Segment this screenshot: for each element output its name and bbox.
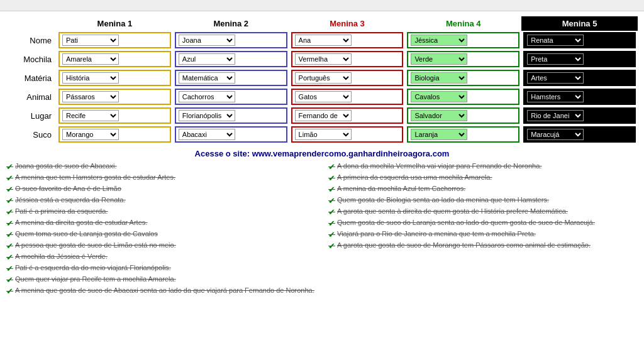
- cell-wrapper-1-0: Amarela: [58, 51, 171, 67]
- select-5-2[interactable]: Limão: [295, 129, 352, 140]
- clue-check-icon: ✔: [6, 196, 13, 205]
- select-1-0[interactable]: Amarela: [62, 53, 119, 65]
- select-0-0[interactable]: Pati: [62, 35, 119, 46]
- cell-wrapper-3-1: Cachorros: [175, 89, 287, 105]
- clue-item: ✔Viajará para o Rio de Janeiro a menina …: [328, 230, 638, 239]
- cell-wrapper-4-4: Rio de Janei: [523, 107, 636, 124]
- clue-text: A menina da direita gosta de estudar Art…: [15, 219, 147, 226]
- cell-4-3: Salvador: [405, 106, 521, 125]
- clue-text: O suco favorito de Ana é de Limão: [15, 185, 121, 192]
- select-3-4[interactable]: Hamsters: [527, 91, 584, 102]
- select-5-4[interactable]: Maracujá: [527, 129, 584, 140]
- select-4-4[interactable]: Rio de Janei: [527, 110, 584, 121]
- cell-0-2: Ana: [289, 31, 406, 50]
- clue-text: Viajará para o Rio de Janeiro a menina q…: [337, 230, 536, 237]
- clue-text: A mochila da Jéssica é Verde.: [15, 253, 108, 260]
- select-1-3[interactable]: Verde: [411, 53, 467, 65]
- cell-2-1: Matemática: [173, 68, 289, 87]
- clue-check-icon: ✔: [6, 207, 13, 217]
- select-5-0[interactable]: Morango: [62, 129, 119, 140]
- puzzle-table: Menina 1Menina 2Menina 3Menina 4Menina 5…: [6, 16, 638, 144]
- select-2-3[interactable]: Biologia: [411, 72, 467, 84]
- clues-right-col: ✔A dona da mochila Vermelha vai viajar p…: [328, 162, 638, 298]
- cell-1-2: Vermelha: [289, 50, 406, 68]
- select-2-1[interactable]: Matemática: [179, 72, 235, 84]
- cell-wrapper-2-3: Biologia: [407, 70, 519, 86]
- select-3-1[interactable]: Cachorros: [179, 91, 235, 102]
- clue-text: A garota que senta à direita de quem gos…: [337, 207, 568, 215]
- cell-1-1: Azul: [173, 50, 289, 68]
- clue-check-icon: ✔: [6, 286, 13, 296]
- select-3-2[interactable]: Gatos: [295, 91, 352, 102]
- clue-text: A menina que gosta de suco de Abacaxi se…: [15, 286, 314, 294]
- promo-url: www.vemaprendercomo.ganhardinheiroagora.…: [252, 149, 450, 158]
- select-0-1[interactable]: Joana: [179, 35, 235, 46]
- select-1-2[interactable]: Vermelha: [295, 53, 352, 65]
- select-2-0[interactable]: História: [62, 72, 119, 84]
- col-header-5: Menina 5: [521, 16, 638, 31]
- cell-wrapper-0-1: Joana: [175, 32, 287, 48]
- cell-5-4: Maracujá: [521, 125, 638, 144]
- select-3-0[interactable]: Pássaros: [62, 91, 119, 102]
- select-4-3[interactable]: Salvador: [411, 110, 467, 121]
- cell-wrapper-3-2: Gatos: [291, 89, 404, 105]
- clue-text: Joana gosta de suco de Abacaxi.: [15, 162, 116, 170]
- cell-wrapper-0-4: Renata: [523, 32, 636, 48]
- clue-item: ✔Quem gosta de Biologia senta ao lado da…: [328, 196, 638, 205]
- cell-wrapper-5-3: Laranja: [407, 126, 519, 143]
- clue-text: Pati é a esquerda da do meio viajará Flo…: [15, 264, 171, 271]
- select-1-1[interactable]: Azul: [179, 53, 235, 65]
- clue-check-icon: ✔: [328, 185, 335, 194]
- select-0-2[interactable]: Ana: [295, 35, 352, 46]
- select-4-0[interactable]: Recife: [62, 110, 119, 121]
- select-5-3[interactable]: Laranja: [411, 129, 467, 140]
- cell-0-3: Jéssica: [405, 31, 521, 50]
- cell-2-4: Artes: [521, 68, 638, 87]
- clue-item: ✔Quem gosta de suco do Laranja senta ao …: [328, 219, 638, 228]
- cell-wrapper-2-2: Português: [291, 70, 404, 86]
- col-header-4: Menina 4: [405, 16, 521, 31]
- cell-4-2: Fernando de: [289, 106, 406, 125]
- cell-0-0: Pati: [57, 31, 173, 50]
- promo-text: Acesse o site: www.vemaprendercomo.ganha…: [6, 149, 638, 158]
- cell-wrapper-4-0: Recife: [58, 107, 171, 124]
- clue-check-icon: ✔: [6, 275, 13, 285]
- cell-wrapper-1-3: Verde: [407, 51, 519, 67]
- row-label-0: Nome: [6, 31, 57, 50]
- puzzle-row-4: LugarRecifeFlorianópolisFernando deSalva…: [6, 106, 638, 125]
- select-3-3[interactable]: Cavalos: [411, 91, 467, 102]
- cell-5-1: Abacaxi: [173, 125, 289, 144]
- clue-text: A menina que tem Hamsters gosta de estud…: [15, 173, 175, 181]
- clue-text: A menina da mochila Azul tem Cachorros.: [337, 185, 465, 192]
- clue-item: ✔A menina que gosta de suco de Abacaxi s…: [6, 286, 316, 296]
- cell-4-4: Rio de Janei: [521, 106, 638, 125]
- select-1-4[interactable]: Preta: [527, 53, 584, 65]
- select-5-1[interactable]: Abacaxi: [179, 129, 235, 140]
- cell-wrapper-4-1: Florianópolis: [175, 107, 287, 124]
- cell-0-4: Renata: [521, 31, 638, 50]
- select-2-2[interactable]: Português: [295, 72, 352, 84]
- select-0-4[interactable]: Renata: [527, 35, 584, 46]
- cell-wrapper-5-2: Limão: [291, 126, 404, 143]
- cell-wrapper-1-4: Preta: [523, 51, 636, 67]
- clue-text: A primeira da esquerda usa uma mochila A…: [337, 173, 492, 181]
- row-label-4: Lugar: [6, 106, 57, 125]
- clues-section: ✔Joana gosta de suco de Abacaxi.✔A menin…: [6, 162, 638, 298]
- cell-5-2: Limão: [289, 125, 406, 144]
- select-0-3[interactable]: Jéssica: [411, 35, 467, 46]
- clue-check-icon: ✔: [6, 185, 13, 194]
- row-label-5: Suco: [6, 125, 57, 144]
- cell-wrapper-3-0: Pássaros: [58, 89, 171, 105]
- select-4-1[interactable]: Florianópolis: [179, 110, 235, 121]
- puzzle-row-3: AnimalPássarosCachorrosGatosCavalosHamst…: [6, 87, 638, 106]
- clue-item: ✔A mochila da Jéssica é Verde.: [6, 253, 316, 262]
- clue-check-icon: ✔: [328, 196, 335, 205]
- clue-item: ✔A pessoa que gosta de suco de Limão est…: [6, 241, 316, 251]
- clue-item: ✔O suco favorito de Ana é de Limão: [6, 185, 316, 194]
- cell-wrapper-1-2: Vermelha: [291, 51, 404, 67]
- clue-check-icon: ✔: [6, 173, 13, 183]
- cell-wrapper-4-3: Salvador: [407, 107, 519, 124]
- cell-wrapper-3-3: Cavalos: [407, 89, 519, 105]
- select-4-2[interactable]: Fernando de: [295, 110, 352, 121]
- select-2-4[interactable]: Artes: [527, 72, 584, 84]
